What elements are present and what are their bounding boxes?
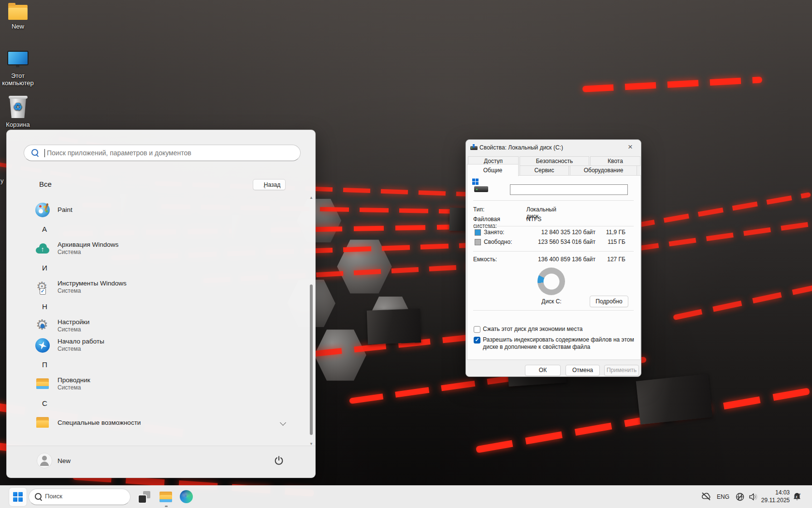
- app-subtitle: Система: [58, 249, 307, 256]
- start-menu-app-item[interactable]: ПроводникСистема: [34, 374, 307, 394]
- apply-button[interactable]: Применить: [604, 365, 639, 376]
- start-button[interactable]: [9, 488, 27, 506]
- app-subtitle: Система: [58, 287, 307, 295]
- network-globe-icon[interactable]: [735, 492, 745, 504]
- capacity-bytes: 136 400 859 136 байт: [524, 256, 595, 263]
- compress-checkbox-label: Сжать этот диск для экономии места: [483, 326, 639, 333]
- tab-tools[interactable]: Сервис: [520, 165, 569, 176]
- app-list-section-letter: И: [34, 258, 307, 278]
- wallpaper-cube: [636, 374, 713, 424]
- start-menu-app-item[interactable]: Инструменты WindowsСистема: [34, 278, 307, 297]
- user-avatar[interactable]: [37, 453, 52, 468]
- app-name: Начало работы: [58, 337, 307, 345]
- clock[interactable]: 14:03 29.11.2025: [761, 489, 790, 504]
- start-search-input[interactable]: [46, 146, 294, 160]
- app-name: Инструменты Windows: [58, 279, 307, 287]
- start-menu-app-item[interactable]: Paint: [34, 200, 307, 220]
- ok-button[interactable]: ОК: [525, 365, 561, 376]
- start-search-box[interactable]: [24, 145, 301, 161]
- disk-caption: Диск C:: [523, 298, 580, 305]
- app-list-section-letter: А: [34, 220, 307, 239]
- desktop-icon-new[interactable]: New: [0, 5, 36, 30]
- used-space-bytes: 12 840 325 120 байт: [524, 229, 595, 236]
- free-space-size: 115 ГБ: [596, 239, 625, 245]
- get-started-icon: [35, 338, 50, 353]
- type-label: Тип:: [473, 206, 484, 213]
- notification-bell-icon[interactable]: z z: [792, 492, 802, 504]
- folder-icon: [8, 5, 28, 20]
- compress-checkbox[interactable]: [474, 326, 480, 333]
- desktop-icon-this-pc[interactable]: Этот компьютер: [0, 51, 36, 87]
- start-menu-footer: New: [7, 446, 315, 478]
- app-list-section-letter: Н: [34, 297, 307, 316]
- tab-security[interactable]: Безопасность: [520, 156, 589, 166]
- windows-backup-icon: [35, 241, 50, 256]
- capacity-label: Емкость:: [473, 256, 497, 263]
- disk-properties-dialog: Свойства: Локальный диск (C:) Доступ Без…: [465, 139, 641, 377]
- desktop-icon-label: Этот компьютер: [2, 72, 34, 87]
- index-checkbox[interactable]: [474, 337, 480, 344]
- back-button-label: Назад: [264, 181, 280, 188]
- separator: [473, 200, 634, 201]
- free-space-bytes: 123 560 534 016 байт: [524, 239, 595, 245]
- scroll-up-icon[interactable]: [309, 195, 314, 200]
- start-menu: Все Назад PaintААрхивация WindowsСистема…: [6, 130, 316, 478]
- volume-icon[interactable]: [748, 492, 759, 504]
- taskbar-search-label: Поиск: [45, 493, 62, 500]
- windows-logo-icon: [13, 492, 23, 502]
- file-explorer-icon: [35, 377, 50, 391]
- app-subtitle: Система: [58, 384, 307, 391]
- svg-text:z: z: [799, 493, 800, 495]
- settings-icon: [35, 319, 50, 333]
- volume-label-input[interactable]: [510, 184, 628, 195]
- taskbar-search[interactable]: Поиск: [29, 489, 130, 505]
- start-menu-app-item[interactable]: НастройкиСистема: [34, 316, 307, 336]
- tab-quota[interactable]: Квота: [590, 156, 640, 166]
- used-space-label: Занято:: [484, 229, 504, 236]
- app-list-scrollbar[interactable]: [309, 195, 314, 446]
- scrollbar-thumb[interactable]: [310, 284, 313, 435]
- separator: [473, 310, 634, 311]
- app-name: Настройки: [58, 318, 307, 326]
- power-icon[interactable]: [274, 455, 284, 466]
- tab-general[interactable]: Общие: [467, 164, 519, 176]
- text-caret: [44, 149, 45, 157]
- chevron-left-icon: [263, 181, 266, 192]
- edge-browser-icon[interactable]: [180, 490, 193, 503]
- index-checkbox-row[interactable]: Разрешить индексировать содержимое файло…: [474, 336, 639, 351]
- computer-icon: [7, 51, 29, 69]
- separator: [473, 251, 634, 252]
- start-menu-app-item[interactable]: Архивация WindowsСистема: [34, 239, 307, 258]
- search-icon: [35, 493, 43, 501]
- language-indicator[interactable]: ENG: [717, 493, 729, 500]
- start-menu-folder-item[interactable]: Специальные возможности: [34, 413, 307, 433]
- drive-icon: [470, 144, 478, 150]
- compress-checkbox-row[interactable]: Сжать этот диск для экономии места: [474, 326, 639, 333]
- clock-date: 29.11.2025: [761, 496, 790, 504]
- desktop-icon-recycle-bin[interactable]: Корзина: [0, 96, 36, 128]
- back-button[interactable]: Назад: [253, 179, 286, 190]
- app-subtitle: Система: [58, 345, 307, 353]
- used-space-size: 11,9 ГБ: [596, 229, 625, 236]
- filesystem-label: Файловая система:: [473, 216, 500, 229]
- app-name: Paint: [58, 200, 307, 220]
- app-name: Специальные возможности: [58, 413, 307, 433]
- paint-icon: [35, 203, 50, 217]
- all-apps-label: Все: [39, 180, 52, 188]
- free-space-label: Свободно:: [484, 239, 512, 245]
- running-indicator: [165, 506, 168, 507]
- index-checkbox-label: Разрешить индексировать содержимое файло…: [483, 336, 639, 351]
- svg-text:z: z: [796, 495, 798, 498]
- task-view-button[interactable]: [139, 491, 150, 503]
- user-name[interactable]: New: [58, 457, 71, 464]
- file-explorer-icon[interactable]: [159, 490, 173, 504]
- free-space-swatch: [475, 239, 481, 245]
- details-button[interactable]: Подробно: [590, 296, 628, 307]
- cancel-button[interactable]: Отмена: [566, 365, 600, 376]
- app-list: PaintААрхивация WindowsСистемаИИнструмен…: [34, 200, 307, 433]
- close-icon[interactable]: [624, 141, 637, 153]
- app-list-section-letter: П: [34, 355, 307, 374]
- onedrive-offline-icon[interactable]: [701, 492, 711, 503]
- tab-hardware[interactable]: Оборудование: [570, 165, 637, 176]
- start-menu-app-item[interactable]: Начало работыСистема: [34, 336, 307, 355]
